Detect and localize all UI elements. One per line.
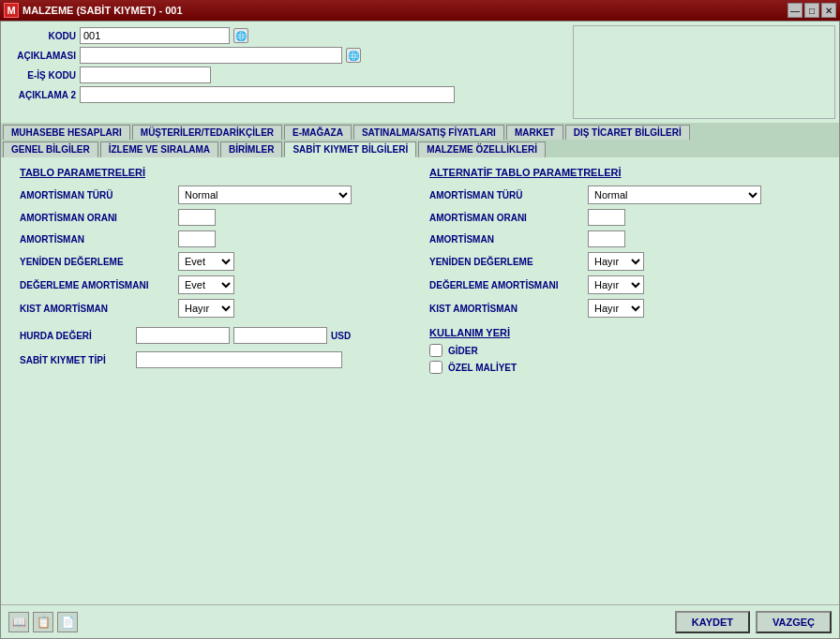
alt-amort-orani-input[interactable] [588,209,625,226]
gider-checkbox[interactable] [429,344,442,357]
yeniden-select[interactable]: Evet Hayır [178,252,234,271]
alt-amort-row: AMORTİSMAN [429,230,820,247]
aciklama-input[interactable] [80,47,342,64]
aciklama2-label: AÇIKLAMA 2 [10,90,76,100]
deg-amort-select[interactable]: Evet Hayır [178,275,234,294]
tab-musteriler[interactable]: MÜŞTERİLER/TEDARİKÇİLER [132,125,282,140]
content-area: TABLO PARAMETRELERİ AMORTİSMAN TÜRÜ Norm… [1,157,839,604]
yeniden-row: YENİDEN DEĞERLEME Evet Hayır [20,252,411,271]
clipboard-icon[interactable]: 📋 [33,612,53,632]
tab-izleme[interactable]: İZLEME VE SIRALAMA [100,141,218,157]
alt-yeniden-label: YENİDEN DEĞERLEME [429,257,584,267]
tab-emagaza[interactable]: E-MAĞAZA [284,125,352,140]
usd-label: USD [331,331,351,341]
kodu-label: KODU [10,31,76,41]
amort-turu-row: AMORTİSMAN TÜRÜ Normal Azalan Bakiyeler … [20,186,411,204]
kist-select[interactable]: Evet Hayır [178,299,234,318]
amort-input[interactable] [178,230,216,247]
ozel-maliyet-checkbox[interactable] [429,361,442,374]
aciklama-globe-icon[interactable]: 🌐 [346,48,361,63]
aciklama2-input[interactable] [80,86,455,103]
hurda-row: HURDA DEĞERİ USD [20,327,411,344]
right-column: ALTERNATİF TABLO PARAMETRELERİ AMORTİSMA… [429,167,820,378]
tabs-row1: MUHASEBE HESAPLARI MÜŞTERİLER/TEDARİKÇİL… [1,123,839,140]
aciklama-row: AÇIKLAMASI 🌐 [10,47,560,64]
alt-amort-input[interactable] [588,230,625,247]
hurda-label: HURDA DEĞERİ [20,331,132,341]
left-column: TABLO PARAMETRELERİ AMORTİSMAN TÜRÜ Norm… [20,167,411,378]
alt-amort-turu-select[interactable]: Normal Azalan Bakiyeler Özel [588,186,761,204]
kist-label: KIST AMORTİSMAN [20,304,174,314]
alt-amort-turu-label: AMORTİSMAN TÜRÜ [429,190,584,201]
tab-birimler[interactable]: BİRİMLER [220,141,282,157]
kullanim-section: KULLANIM YERİ GİDER ÖZEL MALİYET [429,327,820,374]
alt-deg-amort-row: DEĞERLEME AMORTİSMANI Evet Hayır [429,275,820,294]
deg-amort-label: DEĞERLEME AMORTİSMANI [20,280,174,290]
tabs-row2: GENEL BİLGİLER İZLEME VE SIRALAMA BİRİML… [1,140,839,157]
tab-sabit-kiymet[interactable]: SABİT KIYMET BİLGİLERİ [284,141,416,157]
alt-amort-label: AMORTİSMAN [429,234,584,245]
amort-orani-input[interactable] [178,209,216,226]
sabit-row: SABİT KIYMET TİPİ [20,351,411,368]
minimize-button[interactable]: — [788,3,802,18]
two-col-layout: TABLO PARAMETRELERİ AMORTİSMAN TÜRÜ Norm… [20,167,820,378]
eis-row: E-İŞ KODU [10,67,560,83]
bottom-bar: 📖 📋 📄 KAYDET VAZGEÇ [1,604,839,638]
kodu-row: KODU 🌐 [10,27,560,44]
tab-malzeme[interactable]: MALZEME ÖZELLİKLERİ [418,141,546,157]
tab-genel[interactable]: GENEL BİLGİLER [3,141,98,157]
window-title: MALZEME (SABİT KIYMET) - 001 [22,5,183,16]
tab-market[interactable]: MARKET [506,125,563,140]
kodu-input[interactable] [80,27,230,44]
alt-kist-label: KIST AMORTİSMAN [429,304,584,314]
aciklama2-row: AÇIKLAMA 2 [10,86,560,103]
kist-row: KIST AMORTİSMAN Evet Hayır [20,299,411,318]
kaydet-button[interactable]: KAYDET [675,611,750,633]
sabit-label: SABİT KIYMET TİPİ [20,355,132,365]
amort-label: AMORTİSMAN [20,234,174,245]
bottom-buttons: KAYDET VAZGEÇ [675,611,832,633]
amort-orani-label: AMORTİSMAN ORANI [20,213,174,223]
alt-yeniden-select[interactable]: Evet Hayır [588,252,644,271]
alt-amort-turu-row: AMORTİSMAN TÜRÜ Normal Azalan Bakiyeler … [429,186,820,204]
book-icon[interactable]: 📖 [8,612,29,632]
table-params-title: TABLO PARAMETRELERİ [20,167,411,178]
document-icon[interactable]: 📄 [57,612,78,632]
aciklama-label: AÇIKLAMASI [10,51,76,61]
amort-turu-label: AMORTİSMAN TÜRÜ [20,190,174,201]
gider-label: GİDER [448,346,478,356]
alt-amort-orani-row: AMORTİSMAN ORANI [429,209,820,226]
top-form: KODU 🌐 AÇIKLAMASI 🌐 E-İŞ KODU AÇIKLAMA 2 [1,22,569,107]
title-bar: M MALZEME (SABİT KIYMET) - 001 — □ ✕ [0,0,840,21]
amort-orani-row: AMORTİSMAN ORANI [20,209,411,226]
alt-table-params-title: ALTERNATİF TABLO PARAMETRELERİ [429,167,820,178]
main-window: KODU 🌐 AÇIKLAMASI 🌐 E-İŞ KODU AÇIKLAMA 2 [0,21,840,639]
eis-label: E-İŞ KODU [10,70,76,81]
alt-kist-row: KIST AMORTİSMAN Evet Hayır [429,299,820,318]
alt-deg-amort-label: DEĞERLEME AMORTİSMANI [429,280,584,290]
window-controls: — □ ✕ [788,3,836,18]
alt-amort-orani-label: AMORTİSMAN ORANI [429,213,584,223]
vazgec-button[interactable]: VAZGEÇ [756,611,832,633]
alt-yeniden-row: YENİDEN DEĞERLEME Evet Hayır [429,252,820,271]
yeniden-label: YENİDEN DEĞERLEME [20,257,174,267]
kodu-globe-icon[interactable]: 🌐 [233,28,248,43]
close-button[interactable]: ✕ [821,3,836,18]
alt-deg-amort-select[interactable]: Evet Hayır [588,275,644,294]
top-right-panel [573,25,835,119]
sabit-input[interactable] [136,351,342,368]
maximize-button[interactable]: □ [804,3,819,18]
tab-satinalma[interactable]: SATINALMA/SATIŞ FİYATLARI [353,125,504,140]
app-icon: M [4,3,19,18]
tab-dis-ticaret[interactable]: DIŞ TİCARET BİLGİLERİ [565,125,690,140]
ozel-maliyet-row: ÖZEL MALİYET [429,361,820,374]
tab-muhasebe[interactable]: MUHASEBE HESAPLARI [3,125,130,140]
hurda-input2[interactable] [233,327,327,344]
hurda-input1[interactable] [136,327,230,344]
amort-turu-select[interactable]: Normal Azalan Bakiyeler Özel [178,186,352,204]
ozel-maliyet-label: ÖZEL MALİYET [448,363,517,373]
amort-row: AMORTİSMAN [20,230,411,247]
alt-kist-select[interactable]: Evet Hayır [588,299,644,318]
eis-input[interactable] [80,67,211,83]
top-area: KODU 🌐 AÇIKLAMASI 🌐 E-İŞ KODU AÇIKLAMA 2 [1,22,839,123]
